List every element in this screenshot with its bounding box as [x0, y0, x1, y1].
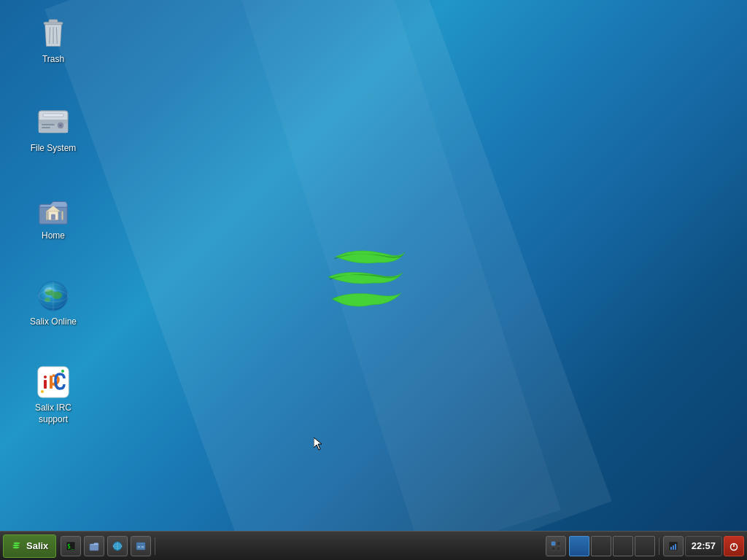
- taskbar-separator-2: [659, 537, 659, 555]
- svg-rect-54: [675, 544, 676, 550]
- svg-point-10: [59, 124, 62, 127]
- workspace-2-button[interactable]: [591, 536, 611, 556]
- filemanager-icon: [89, 541, 99, 551]
- salix-logo: [321, 226, 409, 314]
- workspace-4-button[interactable]: [635, 536, 655, 556]
- svg-rect-46: [142, 546, 144, 548]
- svg-rect-1: [49, 20, 58, 23]
- home-icon[interactable]: Home: [20, 190, 86, 245]
- start-logo-icon: [11, 540, 23, 552]
- desktop: Trash File System: [0, 0, 747, 531]
- svg-rect-29: [44, 376, 47, 378]
- terminal-button[interactable]: $_: [61, 536, 81, 556]
- salix-online-label: Salix Online: [30, 316, 77, 328]
- home-icon-image: [36, 192, 71, 228]
- filemanager-button[interactable]: [84, 536, 104, 556]
- svg-point-34: [61, 370, 64, 373]
- svg-rect-50: [557, 547, 560, 551]
- svg-rect-43: [136, 542, 145, 550]
- power-button[interactable]: [724, 536, 744, 556]
- home-label: Home: [42, 230, 65, 242]
- terminal-icon: $_: [66, 541, 76, 551]
- trash-icon[interactable]: Trash: [20, 13, 86, 69]
- start-label: Salix: [26, 540, 48, 551]
- taskbar: Salix $_: [0, 531, 747, 560]
- salix-online-icon-image: [36, 279, 71, 314]
- filesystem-icon-image: [36, 105, 71, 140]
- workspace-overview-icon: [551, 541, 561, 551]
- workspace-overview-button[interactable]: [546, 536, 566, 556]
- svg-rect-30: [44, 380, 47, 389]
- power-icon: [729, 541, 739, 551]
- svg-rect-19: [62, 211, 63, 220]
- taskbar-clock[interactable]: 22:57: [685, 536, 722, 556]
- filesystem-icon[interactable]: File System: [20, 102, 86, 158]
- svg-rect-8: [39, 120, 68, 124]
- trash-icon-image: [36, 16, 71, 51]
- svg-text:$_: $_: [67, 543, 74, 550]
- svg-rect-48: [557, 542, 560, 545]
- trash-label: Trash: [42, 54, 64, 66]
- svg-rect-13: [43, 114, 63, 117]
- browser-button[interactable]: [107, 536, 128, 556]
- mouse-cursor: [314, 438, 322, 451]
- taskbar-right: 22:57: [544, 536, 747, 556]
- settings-button[interactable]: [131, 536, 151, 556]
- svg-rect-11: [42, 124, 55, 125]
- workspace-1-button[interactable]: [569, 536, 589, 556]
- filesystem-label: File System: [31, 143, 77, 155]
- taskbar-separator-1: [155, 537, 155, 555]
- svg-rect-53: [673, 545, 674, 550]
- svg-rect-17: [51, 214, 55, 220]
- start-button[interactable]: Salix: [3, 534, 56, 558]
- network-icon: [668, 541, 678, 551]
- salix-online-icon[interactable]: Salix Online: [20, 276, 86, 331]
- svg-rect-18: [46, 211, 47, 220]
- svg-point-33: [41, 390, 44, 393]
- salix-irc-icon-image: [36, 365, 71, 400]
- network-tray-button[interactable]: [663, 536, 684, 556]
- svg-rect-45: [138, 546, 140, 548]
- workspace-3-button[interactable]: [613, 536, 633, 556]
- svg-marker-35: [314, 438, 322, 450]
- salix-irc-icon[interactable]: Salix IRC support: [20, 362, 86, 428]
- clock-display: 22:57: [692, 540, 716, 551]
- settings-icon: [136, 541, 146, 551]
- salix-irc-label: Salix IRC support: [23, 402, 83, 425]
- svg-rect-47: [551, 542, 555, 545]
- svg-rect-49: [551, 547, 555, 551]
- svg-rect-52: [670, 547, 672, 550]
- svg-rect-31: [50, 376, 53, 389]
- svg-rect-12: [42, 127, 50, 128]
- browser-icon: [112, 541, 123, 551]
